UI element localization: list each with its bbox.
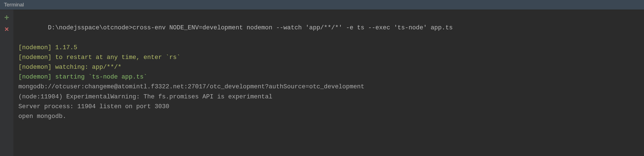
terminal-title: Terminal <box>4 2 24 8</box>
terminal-line: Server process: 11904 listen on port 303… <box>18 102 639 112</box>
command-prompt: D:\nodejsspace\otcnode>cross-env NODE_EN… <box>48 24 453 31</box>
close-terminal-icon[interactable]: × <box>4 26 9 33</box>
terminal-container: Terminal + × D:\nodejsspace\otcnode>cros… <box>0 0 644 156</box>
terminal-line: [nodemon] watching: app/**/* <box>18 62 639 72</box>
terminal-line: [nodemon] to restart at any time, enter … <box>18 53 639 62</box>
terminal-line: [nodemon] 1.17.5 <box>18 43 639 53</box>
terminal-line: mongodb://otcuser:changeme@atomintl.f332… <box>18 82 639 92</box>
terminal-body: + × D:\nodejsspace\otcnode>cross-env NOD… <box>0 10 644 156</box>
terminal-line: (node:11904) ExperimentalWarning: The fs… <box>18 92 639 102</box>
terminal-gutter: + × <box>0 10 13 156</box>
add-terminal-icon[interactable]: + <box>4 14 9 22</box>
terminal-line: [nodemon] starting `ts-node app.ts` <box>18 72 639 82</box>
terminal-line: open mongodb. <box>18 112 639 121</box>
terminal-line: D:\nodejsspace\otcnode>cross-env NODE_EN… <box>18 13 639 43</box>
terminal-content[interactable]: D:\nodejsspace\otcnode>cross-env NODE_EN… <box>13 10 644 156</box>
terminal-header: Terminal <box>0 0 644 10</box>
